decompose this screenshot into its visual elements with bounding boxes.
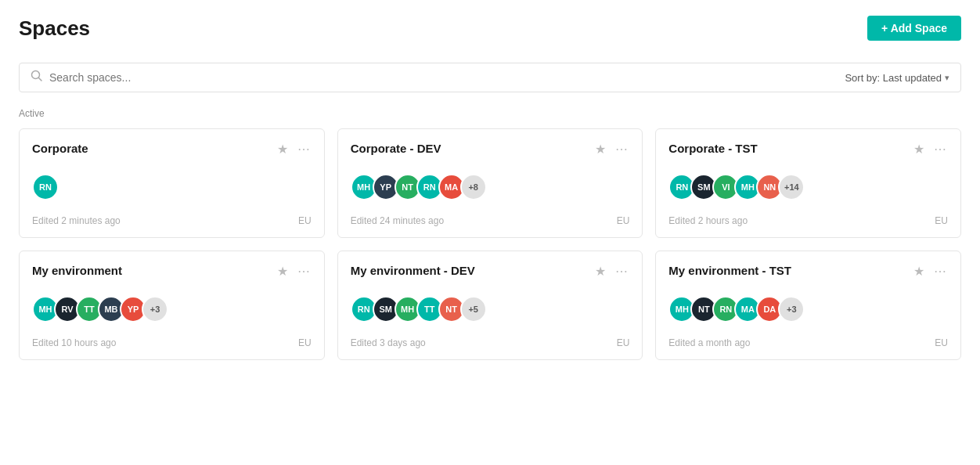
card-actions: ★⋯ [276, 142, 312, 157]
card-avatars: RN [32, 174, 312, 200]
space-card-corporate-tst: Corporate - TST★⋯RNSMVIMHNN+14Edited 2 h… [655, 128, 961, 238]
card-footer: Edited 2 hours agoEU [668, 215, 948, 226]
cards-grid: Corporate★⋯RNEdited 2 minutes agoEUCorpo… [19, 128, 961, 360]
region-badge: EU [617, 337, 630, 348]
section-label: Active [19, 108, 961, 119]
card-avatars: RNSMVIMHNN+14 [668, 174, 948, 200]
card-footer: Edited 24 minutes agoEU [351, 215, 630, 226]
star-button[interactable]: ★ [912, 142, 926, 157]
search-icon [31, 70, 43, 85]
card-title: My environment - DEV [351, 264, 475, 277]
card-header: My environment - TST★⋯ [668, 264, 948, 279]
star-button[interactable]: ★ [593, 142, 607, 157]
more-button[interactable]: ⋯ [932, 142, 948, 157]
sort-label-text: Sort by: Last updated [845, 72, 942, 84]
more-button[interactable]: ⋯ [614, 264, 629, 279]
edited-label: Edited 10 hours ago [32, 337, 116, 348]
edited-label: Edited 3 days ago [351, 337, 426, 348]
avatar-extra-count: +14 [778, 174, 805, 200]
search-left [31, 70, 845, 85]
region-badge: EU [935, 215, 948, 226]
space-card-corporate: Corporate★⋯RNEdited 2 minutes agoEU [19, 128, 325, 238]
add-space-button[interactable]: + Add Space [867, 16, 961, 41]
avatar-extra-count: +3 [142, 296, 168, 323]
space-card-my-environment: My environment★⋯MHRVTTMBYP+3Edited 10 ho… [19, 251, 325, 360]
card-title: Corporate - TST [668, 142, 757, 155]
avatar-extra-count: +8 [460, 174, 487, 200]
more-button[interactable]: ⋯ [296, 142, 312, 157]
region-badge: EU [617, 215, 630, 226]
avatar-extra-count: +3 [778, 296, 805, 323]
card-header: My environment - DEV★⋯ [351, 264, 630, 279]
space-card-my-environment-tst: My environment - TST★⋯MHNTRNMADA+3Edited… [655, 251, 961, 360]
star-button[interactable]: ★ [593, 264, 607, 279]
card-header: Corporate★⋯ [32, 142, 312, 157]
more-button[interactable]: ⋯ [296, 264, 312, 279]
card-footer: Edited a month agoEU [668, 337, 948, 348]
card-actions: ★⋯ [593, 264, 629, 279]
edited-label: Edited a month ago [668, 337, 750, 348]
chevron-down-icon: ▾ [945, 73, 949, 83]
region-badge: EU [298, 337, 312, 348]
more-button[interactable]: ⋯ [614, 142, 629, 157]
card-header: Corporate - DEV★⋯ [351, 142, 630, 157]
card-actions: ★⋯ [593, 142, 629, 157]
card-footer: Edited 2 minutes agoEU [32, 215, 312, 226]
more-button[interactable]: ⋯ [932, 264, 948, 279]
card-avatars: MHRVTTMBYP+3 [32, 296, 312, 323]
search-input[interactable] [49, 71, 845, 84]
edited-label: Edited 2 hours ago [668, 215, 748, 226]
card-footer: Edited 10 hours agoEU [32, 337, 312, 348]
avatar: RN [32, 174, 59, 200]
card-actions: ★⋯ [276, 264, 312, 279]
card-actions: ★⋯ [912, 264, 948, 279]
space-card-corporate-dev: Corporate - DEV★⋯MHYPNTRNMA+8Edited 24 m… [337, 128, 643, 238]
card-title: Corporate [32, 142, 88, 155]
avatar-extra-count: +5 [460, 296, 487, 323]
card-title: Corporate - DEV [351, 142, 441, 155]
card-footer: Edited 3 days agoEU [351, 337, 630, 348]
region-badge: EU [935, 337, 948, 348]
card-title: My environment [32, 264, 122, 277]
page-title: Spaces [19, 16, 90, 41]
card-avatars: MHNTRNMADA+3 [668, 296, 948, 323]
card-avatars: RNSMMHTTNT+5 [351, 296, 630, 323]
card-header: Corporate - TST★⋯ [668, 142, 948, 157]
region-badge: EU [298, 215, 312, 226]
edited-label: Edited 24 minutes ago [351, 215, 444, 226]
page-header: Spaces + Add Space [19, 16, 961, 41]
card-avatars: MHYPNTRNMA+8 [351, 174, 630, 200]
search-bar: Sort by: Last updated ▾ [19, 63, 961, 92]
svg-line-1 [39, 78, 42, 81]
star-button[interactable]: ★ [912, 264, 926, 279]
star-button[interactable]: ★ [276, 264, 290, 279]
card-header: My environment★⋯ [32, 264, 312, 279]
edited-label: Edited 2 minutes ago [32, 215, 121, 226]
card-actions: ★⋯ [912, 142, 948, 157]
card-title: My environment - TST [668, 264, 791, 277]
sort-dropdown[interactable]: Sort by: Last updated ▾ [845, 72, 949, 84]
star-button[interactable]: ★ [276, 142, 290, 157]
space-card-my-environment-dev: My environment - DEV★⋯RNSMMHTTNT+5Edited… [337, 251, 643, 360]
